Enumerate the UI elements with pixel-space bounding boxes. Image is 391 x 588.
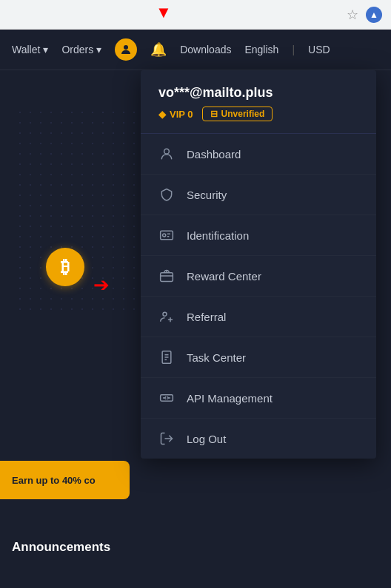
- menu-label-referral: Referral: [187, 311, 358, 323]
- menu-item-security[interactable]: Security: [141, 175, 376, 215]
- identification-icon: [158, 227, 175, 243]
- nav-separator: |: [292, 44, 295, 55]
- user-avatar-icon[interactable]: [115, 38, 137, 61]
- menu-item-task-center[interactable]: Task Center: [141, 337, 376, 378]
- menu-label-api-management: API Management: [187, 392, 358, 405]
- svg-point-1: [164, 149, 170, 154]
- security-shield-icon: [158, 186, 175, 203]
- menu-item-dashboard[interactable]: Dashboard: [141, 134, 376, 175]
- api-icon: [158, 390, 175, 406]
- dashboard-icon: [158, 146, 175, 162]
- svg-rect-11: [161, 395, 173, 401]
- referral-icon: [158, 308, 175, 325]
- user-dropdown-menu: vo***@mailto.plus ◆ VIP 0 ⊟ Unverified D…: [141, 70, 376, 459]
- nav-usd[interactable]: USD: [308, 44, 330, 55]
- menu-item-api-management[interactable]: API Management: [141, 378, 376, 419]
- announcements-title: Announcements: [12, 540, 110, 554]
- earn-bar-text: Earn up to 40% co: [12, 475, 96, 486]
- vip-badge: ◆ VIP 0: [158, 109, 193, 120]
- announcements-section: Announcements: [0, 540, 122, 555]
- navbar: Wallet ▾ Orders ▾ 🔔 Downloads English | …: [0, 30, 391, 70]
- logout-icon: [158, 430, 175, 447]
- svg-point-6: [163, 312, 167, 316]
- earn-bar[interactable]: Earn up to 40% co: [0, 461, 130, 499]
- menu-label-security: Security: [187, 189, 358, 201]
- svg-point-0: [124, 45, 128, 50]
- diamond-icon: ◆: [158, 109, 166, 120]
- arrow-indicator: ▼: [156, 4, 172, 21]
- nav-wallet[interactable]: Wallet ▾: [12, 44, 48, 55]
- reward-icon: [158, 268, 175, 284]
- id-card-icon: ⊟: [210, 109, 218, 119]
- nav-downloads[interactable]: Downloads: [180, 44, 231, 55]
- task-icon: [158, 349, 175, 365]
- svg-point-3: [163, 234, 166, 237]
- right-arrow-indicator: ➔: [93, 274, 110, 297]
- bookmark-icon[interactable]: ☆: [347, 7, 358, 23]
- menu-item-identification[interactable]: Identification: [141, 215, 376, 256]
- menu-label-identification: Identification: [187, 229, 358, 242]
- nav-orders[interactable]: Orders ▾: [61, 44, 101, 55]
- browser-bar: ▼ ☆ ▲: [0, 0, 391, 30]
- notification-bell-icon[interactable]: 🔔: [150, 41, 167, 58]
- unverified-badge[interactable]: ⊟ Unverified: [202, 107, 273, 121]
- browser-icons: ☆ ▲: [347, 7, 382, 23]
- dropdown-header: vo***@mailto.plus ◆ VIP 0 ⊟ Unverified: [141, 70, 376, 134]
- browser-brand-icon: ▲: [366, 7, 382, 23]
- menu-item-log-out[interactable]: Log Out: [141, 419, 376, 459]
- menu-label-reward-center: Reward Center: [187, 270, 358, 283]
- menu-label-dashboard: Dashboard: [187, 148, 358, 160]
- bitcoin-icon: ₿: [46, 248, 84, 286]
- nav-english[interactable]: English: [244, 44, 278, 55]
- menu-item-reward-center[interactable]: Reward Center: [141, 256, 376, 297]
- menu-item-referral[interactable]: Referral: [141, 297, 376, 337]
- menu-label-task-center: Task Center: [187, 351, 358, 364]
- vip-row: ◆ VIP 0 ⊟ Unverified: [158, 107, 358, 121]
- svg-rect-4: [161, 273, 173, 282]
- menu-label-log-out: Log Out: [187, 433, 358, 445]
- user-email: vo***@mailto.plus: [158, 85, 358, 101]
